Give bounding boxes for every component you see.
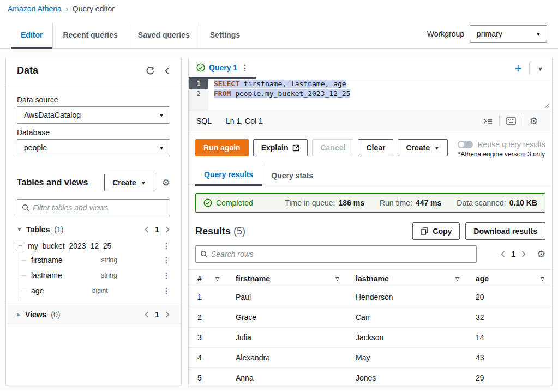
- sort-icon[interactable]: ▽: [335, 276, 339, 281]
- format-query-icon[interactable]: [476, 117, 499, 125]
- cell-lastname: Jones: [347, 373, 467, 382]
- editor-status-bar: SQL Ln 1, Col 1: [189, 111, 552, 131]
- query-tab-kebab-icon[interactable]: ⋮: [241, 63, 249, 72]
- database-select[interactable]: people ▼: [17, 139, 170, 156]
- cursor-position: Ln 1, Col 1: [226, 117, 263, 125]
- workgroup-select[interactable]: primary ▼: [470, 25, 547, 43]
- expand-views-icon[interactable]: ▶: [17, 312, 21, 317]
- cell-age: 20: [467, 293, 552, 301]
- column-row: age bigint ⋮: [20, 283, 170, 298]
- breadcrumb-chevron-icon: ›: [66, 4, 68, 14]
- refresh-icon[interactable]: [146, 66, 155, 75]
- time-in-queue-value: 186 ms: [338, 198, 364, 207]
- clear-button[interactable]: Clear: [358, 139, 393, 156]
- engine-version-note: *Athena engine version 3 only: [458, 150, 544, 158]
- table-tree-item[interactable]: my_bucket_2023_12_25 ⋮: [17, 239, 170, 252]
- sql-code-editor[interactable]: 1 2 SELECT firstname, lastname, age FROM…: [189, 79, 552, 111]
- tab-query-stats[interactable]: Query stats: [262, 165, 322, 186]
- keyboard-shortcuts-icon[interactable]: [500, 117, 523, 125]
- views-next-page-icon[interactable]: [165, 311, 170, 318]
- cell-lastname: Carr: [347, 313, 467, 322]
- cancel-button[interactable]: Cancel: [312, 139, 353, 156]
- run-again-button[interactable]: Run again: [195, 139, 249, 156]
- cell-index: 4: [189, 353, 227, 362]
- tab-list-dropdown-icon[interactable]: ▼: [537, 65, 543, 72]
- query-tab-bar: Query 1 ⋮ + ▼: [189, 58, 552, 79]
- query-tab[interactable]: Query 1 ⋮: [189, 58, 256, 79]
- line-number-gutter: 1 2: [189, 79, 208, 111]
- cell-firstname: Alexandra: [227, 353, 347, 362]
- editor-settings-gear-icon[interactable]: ⚙: [523, 117, 544, 126]
- views-label: Views: [25, 310, 46, 319]
- tables-page-number[interactable]: 1: [155, 225, 159, 234]
- cell-age: 14: [467, 333, 552, 342]
- search-rows-input[interactable]: [211, 250, 472, 258]
- create-table-button[interactable]: Create ▼: [104, 174, 154, 191]
- results-page-number[interactable]: 1: [511, 250, 515, 258]
- tab-saved-queries[interactable]: Saved queries: [128, 23, 200, 48]
- breadcrumb-link-athena[interactable]: Amazon Athena: [8, 4, 62, 13]
- table-row: 5 Anna Jones 29: [189, 368, 552, 385]
- copy-button[interactable]: Copy: [412, 222, 460, 240]
- tables-views-title: Tables and views: [17, 178, 88, 188]
- new-query-tab-icon[interactable]: +: [514, 63, 521, 75]
- download-results-button[interactable]: Download results: [465, 222, 545, 240]
- header-label: age: [476, 274, 489, 283]
- create-dropdown-button[interactable]: Create ▼: [398, 139, 448, 156]
- cell-index: 5: [189, 373, 227, 382]
- create-button-label: Create: [112, 178, 136, 187]
- collapse-panel-icon[interactable]: [164, 67, 170, 75]
- copy-icon: [421, 227, 428, 235]
- editor-resize-handle-icon[interactable]: [544, 103, 550, 108]
- header-cell-firstname[interactable]: firstname ▽: [227, 274, 347, 283]
- tables-settings-gear-icon[interactable]: ⚙: [162, 178, 170, 188]
- table-name[interactable]: my_bucket_2023_12_25: [28, 242, 111, 250]
- table-kebab-menu-icon[interactable]: ⋮: [163, 242, 170, 250]
- tab-recent-queries[interactable]: Recent queries: [52, 23, 127, 48]
- collapse-minus-box-icon[interactable]: [17, 243, 23, 249]
- results-prev-page-icon[interactable]: [500, 251, 506, 257]
- code-line-1: SELECT firstname, lastname, age: [214, 79, 552, 89]
- cell-firstname: Anna: [227, 373, 347, 382]
- header-cell-index[interactable]: # ▽: [189, 274, 227, 283]
- data-source-select[interactable]: AwsDataCatalog ▼: [17, 106, 170, 124]
- column-name: lastname: [31, 271, 62, 280]
- tab-editor[interactable]: Editor: [11, 23, 52, 48]
- expand-tables-icon[interactable]: ▼: [17, 227, 22, 232]
- reuse-results-toggle[interactable]: [458, 141, 473, 148]
- sort-icon[interactable]: ▽: [455, 276, 459, 281]
- header-label: lastname: [356, 274, 389, 283]
- results-table-header: # ▽ firstname ▽ lastname ▽ age ▽: [189, 269, 552, 287]
- header-label: #: [197, 274, 202, 283]
- table-row: 3 Julia Jackson 14: [189, 328, 552, 348]
- column-kebab-menu-icon[interactable]: ⋮: [163, 256, 170, 264]
- sort-icon[interactable]: ▽: [215, 276, 219, 281]
- filter-tables-searchbox: [17, 199, 170, 216]
- explain-button[interactable]: Explain: [253, 139, 308, 156]
- tables-prev-page-icon[interactable]: [144, 226, 149, 233]
- tab-query-results[interactable]: Query results: [195, 165, 262, 186]
- column-kebab-menu-icon[interactable]: ⋮: [163, 286, 170, 295]
- search-icon: [200, 250, 208, 258]
- search-rows-box: [195, 245, 477, 263]
- views-prev-page-icon[interactable]: [144, 311, 149, 318]
- sql-text: firstname, lastname, age: [239, 80, 346, 88]
- tab-settings[interactable]: Settings: [200, 23, 250, 48]
- line-number: 2: [189, 89, 208, 99]
- chevron-down-icon: ▼: [536, 31, 541, 37]
- filter-tables-input[interactable]: [33, 203, 165, 212]
- column-kebab-menu-icon[interactable]: ⋮: [163, 271, 170, 280]
- sort-icon[interactable]: ▽: [541, 276, 544, 281]
- header-cell-age[interactable]: age ▽: [467, 274, 552, 283]
- views-page-number[interactable]: 1: [155, 310, 159, 319]
- breadcrumb-current: Query editor: [73, 4, 115, 13]
- results-settings-gear-icon[interactable]: ⚙: [537, 250, 545, 259]
- data-scanned-value: 0.10 KB: [509, 198, 537, 207]
- tables-next-page-icon[interactable]: [165, 226, 170, 233]
- sql-text: people.my_bucket_2023_12_25: [231, 89, 350, 98]
- copy-label: Copy: [433, 227, 452, 236]
- query-tab-label: Query 1: [209, 63, 237, 72]
- results-next-page-icon[interactable]: [521, 251, 526, 257]
- header-cell-lastname[interactable]: lastname ▽: [347, 274, 467, 283]
- time-in-queue-label: Time in queue:: [285, 198, 335, 207]
